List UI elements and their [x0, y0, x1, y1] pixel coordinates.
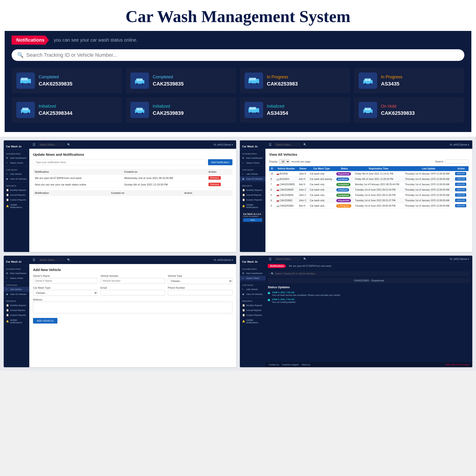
table-row: Now you can see your car wash status onl…: [33, 181, 232, 188]
panel-search-icon-3[interactable]: 🔍: [67, 258, 70, 261]
row-action[interactable]: UPDATE: [454, 203, 469, 208]
sidebar-item-custom-4[interactable]: 📋 Custom Reports: [240, 313, 265, 318]
panel-search-icon-1[interactable]: 🔍: [67, 143, 70, 146]
records-per-page-select[interactable]: 102550: [279, 159, 290, 164]
panel-search-icon-2[interactable]: 🔍: [303, 143, 306, 146]
sidebar-item-view-vehicles-2[interactable]: ◉ View All Vehicles: [240, 176, 265, 181]
update-button[interactable]: UPDATE: [455, 172, 466, 175]
sidebar-item-view-vehicles-1[interactable]: ◉ View All Vehicles: [4, 176, 29, 181]
row-action[interactable]: UPDATE: [454, 187, 469, 192]
vehicles-search-input[interactable]: [445, 159, 469, 164]
sidebar-item-status-2[interactable]: ✓ Status Check: [240, 160, 265, 165]
row-action[interactable]: UPDATE: [454, 171, 469, 176]
vehicle-card[interactable]: Initialized CAK25398344: [12, 97, 122, 123]
add-vehicle-button[interactable]: ADD VEHICLE: [33, 318, 57, 323]
notif-cell-action[interactable]: Remove: [207, 175, 232, 181]
footer-customer-support[interactable]: Customer Support: [282, 363, 299, 366]
phone-input[interactable]: [168, 290, 232, 295]
panel-user-1[interactable]: Hi, srk9113pmax ▾: [214, 143, 233, 146]
row-action[interactable]: UPDATE: [454, 198, 469, 203]
sidebar-item-monthly-2[interactable]: 📋 Monthly Reports: [240, 187, 265, 192]
sidebar-item-custom-3[interactable]: 📋 Custom Reports: [4, 313, 29, 318]
sidebar-item-main-dashboard-1[interactable]: ⊞ Main Dashboard: [4, 155, 29, 160]
search-input[interactable]: [26, 52, 459, 58]
footer-about-us[interactable]: About Us: [302, 363, 310, 366]
panel-user-2[interactable]: Hi, srk9113pmax ▾: [450, 143, 469, 146]
update-button[interactable]: UPDATE: [455, 199, 466, 202]
footer-contact-us[interactable]: Contact Us: [269, 363, 279, 366]
vehicle-card[interactable]: In Progress CAK6253983: [240, 68, 350, 93]
status-user-label[interactable]: Hi, srk9113pmax ▾: [450, 258, 469, 260]
vehicle-card[interactable]: Completed CAK2539835: [126, 68, 236, 93]
sidebar-item-annual-4[interactable]: 📋 Annual Reports: [240, 308, 265, 313]
carwash-type-select[interactable]: Choose... Car wash only Car wash and wax…: [33, 290, 98, 296]
hamburger-icon-4[interactable]: ☰: [269, 257, 272, 261]
update-button[interactable]: UPDATE: [455, 183, 466, 186]
status-search-input[interactable]: [273, 257, 302, 261]
vehicle-card[interactable]: Completed CAK62539835: [12, 68, 122, 93]
vehicle-number-input[interactable]: [101, 278, 165, 284]
svg-rect-46: [365, 109, 367, 110]
update-button[interactable]: UPDATE: [455, 204, 466, 207]
update-button[interactable]: UPDATE: [455, 188, 466, 191]
sidebar-item-main-dashboard-4[interactable]: ⊞ Main Dashboard: [240, 271, 265, 276]
sidebar-item-add-vehicle-3[interactable]: + Add Vehicle: [4, 287, 29, 292]
sidebar-item-annual-2[interactable]: 📋 Annual Reports: [240, 192, 265, 197]
sidebar-item-annual-1[interactable]: 📋 Annual Reports: [4, 192, 29, 197]
hamburger-icon-2[interactable]: ☰: [269, 143, 272, 146]
sidebar-item-main-dashboard-3[interactable]: ⊞ Main Dashboard: [4, 271, 29, 276]
sidebar-item-update-notif-4[interactable]: 🔔 Update Notifications: [240, 318, 265, 325]
form-row-1: Owner's Name Vehicle Number Vehicle Type…: [33, 274, 232, 284]
sidebar-item-monthly-4[interactable]: 📋 Monthly Reports: [240, 303, 265, 308]
status-search-icon[interactable]: 🔍: [303, 257, 306, 261]
hamburger-icon-3[interactable]: ☰: [33, 258, 35, 262]
vehicle-card[interactable]: On Hold CAK62539833: [354, 97, 464, 123]
sidebar-item-update-notif-2[interactable]: 🔔 Update Notifications: [240, 202, 265, 210]
panel-search-input-3[interactable]: [37, 258, 65, 262]
sidebar-item-custom-2[interactable]: 📋 Custom Reports: [240, 197, 265, 202]
sidebar-item-custom-1[interactable]: 📋 Custom Reports: [4, 197, 29, 202]
sidebar-item-monthly-3[interactable]: 📋 Monthly Reports: [4, 303, 29, 308]
sidebar-item-add-vehicle-2[interactable]: + Add Vehicle: [240, 171, 265, 176]
sidebar-item-update-notif-1[interactable]: 🔔 Update Notifications: [4, 202, 29, 210]
panel-search-input-2[interactable]: [273, 143, 302, 147]
sidebar-item-status-4[interactable]: ✓ Status Check: [240, 276, 265, 281]
sidebar-item-view-vehicles-4[interactable]: ◉ View All Vehicles: [240, 292, 265, 297]
status-search-bar[interactable]: 🔍: [268, 271, 470, 276]
sidebar-item-add-vehicle-4[interactable]: + Add Vehicle: [240, 287, 265, 292]
add-notification-button[interactable]: Add Notification: [208, 159, 232, 165]
owner-name-input[interactable]: [33, 278, 98, 284]
row-action[interactable]: UPDATE: [454, 182, 469, 187]
remove-button[interactable]: Remove: [208, 183, 221, 186]
remove-button[interactable]: Remove: [208, 176, 221, 180]
sidebar-item-annual-3[interactable]: 📋 Annual Reports: [4, 308, 29, 313]
vehicle-card[interactable]: In Progress AS3435: [354, 68, 464, 93]
vehicle-info: Initialized AS34354: [267, 104, 346, 116]
hamburger-icon-1[interactable]: ☰: [33, 143, 35, 146]
panel-user-3[interactable]: Hi, srk9113pmax ▾: [214, 259, 233, 261]
update-button[interactable]: UPDATE: [455, 177, 466, 181]
sidebar-item-view-vehicles-3[interactable]: ◉ View All Vehicles: [4, 292, 29, 297]
search-bar[interactable]: 🔍: [12, 49, 464, 61]
notif-text-input[interactable]: [33, 159, 206, 165]
address-input[interactable]: [33, 302, 232, 313]
status-vehicle-search[interactable]: [275, 272, 467, 275]
sidebar-item-main-dashboard-2[interactable]: ⊞ Main Dashboard: [240, 155, 265, 160]
sidebar-item-update-notif-3[interactable]: 🔔 Update Notifications: [4, 318, 29, 325]
row-action[interactable]: UPDATE: [454, 192, 469, 198]
sidebar-item-add-vehicle-1[interactable]: + Add Vehicle: [4, 171, 29, 176]
vehicle-card[interactable]: Initialized CAK2539839: [126, 97, 236, 123]
update-button[interactable]: UPDATE: [455, 193, 466, 197]
row-action[interactable]: UPDATE: [454, 176, 469, 182]
vehicle-card[interactable]: Initialized AS34354: [240, 97, 350, 123]
sidebar-open-button[interactable]: Open: [243, 218, 262, 222]
panel-search-input-1[interactable]: [37, 143, 65, 147]
vehicle-type-select[interactable]: Choose... Car Van: [168, 278, 232, 284]
email-input[interactable]: [101, 290, 165, 295]
sidebar-item-monthly-1[interactable]: 📋 Monthly Reports: [4, 187, 29, 192]
notif-cell-action[interactable]: Remove: [207, 181, 232, 188]
eye-icon-4: ◉: [242, 293, 245, 295]
search-icon: 🔍: [17, 52, 23, 58]
sidebar-item-status-1[interactable]: ✓ Status Check: [4, 160, 29, 165]
sidebar-item-status-3[interactable]: ✓ Status Check: [4, 276, 29, 281]
